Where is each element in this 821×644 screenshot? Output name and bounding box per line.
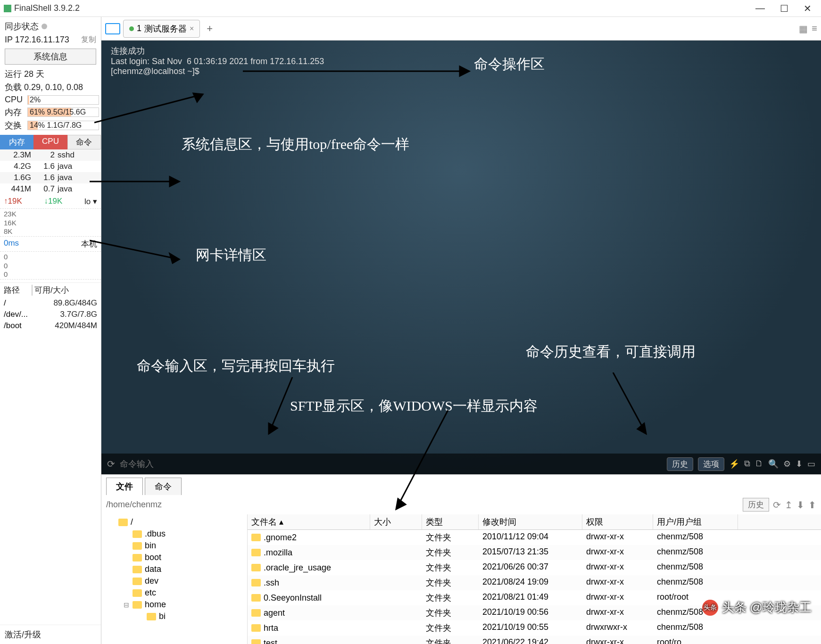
folder-icon	[133, 566, 142, 573]
close-button[interactable]: ✕	[804, 3, 812, 14]
folder-icon[interactable]	[105, 23, 120, 34]
disk-row[interactable]: /dev/...3.7G/7.8G	[0, 309, 101, 320]
terminal-line: 连接成功	[111, 45, 812, 57]
path-history-button[interactable]: 历史	[743, 498, 769, 512]
tree-node[interactable]: data	[101, 563, 247, 575]
upload-icon[interactable]: ⬆	[808, 499, 816, 511]
grid-view-icon[interactable]: ▦	[799, 23, 808, 34]
bolt-icon[interactable]: ⚡	[729, 459, 739, 469]
load-label: 负载 0.29, 0.10, 0.08	[0, 81, 101, 94]
folder-icon	[133, 530, 142, 538]
download-icon[interactable]: ⬇	[796, 459, 803, 469]
file-row[interactable]: .gnome2文件夹2010/11/12 09:04drwxr-xr-xchen…	[248, 530, 821, 545]
process-row[interactable]: 1.6G1.6java	[0, 172, 101, 183]
options-button[interactable]: 选项	[698, 457, 724, 471]
ip-label: IP 172.16.11.173	[5, 35, 69, 45]
tab-files[interactable]: 文件	[106, 478, 143, 495]
folder-icon	[251, 594, 261, 602]
close-tab-icon[interactable]: ×	[190, 25, 194, 33]
tab-cpu[interactable]: CPU	[33, 135, 67, 149]
col-mtime[interactable]: 修改时间	[479, 514, 582, 529]
ping-value: 0ms	[4, 239, 19, 249]
sync-label: 同步状态	[5, 21, 39, 32]
net-upload: ↑19K	[4, 197, 22, 206]
tree-node[interactable]: etc	[101, 587, 247, 599]
disk-row[interactable]: /boot420M/484M	[0, 320, 101, 331]
folder-icon	[251, 564, 261, 571]
tree-node[interactable]: /	[101, 516, 247, 528]
system-info-button[interactable]: 系统信息	[5, 49, 96, 65]
fullscreen-icon[interactable]: ▭	[807, 459, 815, 469]
refresh-icon[interactable]: ⟳	[773, 499, 781, 511]
folder-icon	[251, 624, 261, 632]
tree-node[interactable]: dev	[101, 575, 247, 587]
file-row[interactable]: test文件夹2021/06/22 19:42drwxr-xr-xroot/ro	[248, 636, 821, 644]
col-perm[interactable]: 权限	[582, 514, 653, 529]
status-dot-icon	[129, 26, 134, 31]
app-icon	[4, 5, 11, 12]
ping-host: 本机	[81, 239, 97, 249]
annotation: 网卡详情区	[196, 246, 266, 265]
file-row[interactable]: .mozilla文件夹2015/07/13 21:35drwxr-xr-xche…	[248, 545, 821, 560]
folder-icon	[133, 542, 142, 550]
up-icon[interactable]: ↥	[785, 499, 793, 511]
terminal[interactable]: 连接成功 Last login: Sat Nov 6 01:36:19 2021…	[101, 41, 821, 474]
file-row[interactable]: hrta文件夹2021/10/19 00:55drwxrwxr-xchenmz/…	[248, 620, 821, 636]
new-tab-button[interactable]: +	[203, 23, 216, 35]
download-icon[interactable]: ⬇	[796, 499, 804, 511]
cpu-label: CPU	[5, 95, 25, 105]
annotation: 命令输入区，写完再按回车执行	[137, 356, 335, 376]
terminal-line: Last login: Sat Nov 6 01:36:19 2021 from…	[111, 57, 812, 66]
gear-icon[interactable]: ⚙	[783, 459, 791, 469]
col-name[interactable]: 文件名 ▴	[248, 514, 370, 529]
disk-row[interactable]: /89.8G/484G	[0, 297, 101, 309]
bottom-panel: 文件 命令 /home/chenmz 历史 ⟳ ↥ ⬇ ⬆ /.dbusbinb…	[101, 474, 821, 644]
list-view-icon[interactable]: ≡	[812, 23, 817, 34]
maximize-button[interactable]: ☐	[780, 3, 788, 14]
titlebar: FinalShell 3.9.2.2 — ☐ ✕	[0, 0, 821, 17]
process-row[interactable]: 4.2G1.6java	[0, 161, 101, 172]
tab-command[interactable]: 命令	[67, 135, 101, 149]
session-tab[interactable]: 1 测试服务器 ×	[123, 20, 200, 38]
process-row[interactable]: 2.3M2sshd	[0, 149, 101, 161]
folder-icon	[251, 639, 261, 644]
terminal-prompt: [chenmz@localhost ~]$	[111, 66, 812, 76]
folder-icon	[133, 589, 142, 597]
refresh-icon[interactable]: ⟳	[107, 458, 115, 470]
tree-node[interactable]: .dbus	[101, 528, 247, 540]
activate-link[interactable]: 激活/升级	[0, 625, 101, 644]
command-input-bar: ⟳ 历史 选项 ⚡ ⧉ 🗋 🔍 ⚙ ⬇ ▭	[101, 454, 821, 474]
tree-node[interactable]: boot	[101, 552, 247, 563]
sidebar: 同步状态 IP 172.16.11.173复制 系统信息 运行 28 天 负载 …	[0, 17, 101, 644]
tab-commands[interactable]: 命令	[145, 478, 182, 495]
tab-memory[interactable]: 内存	[0, 135, 33, 149]
history-button[interactable]: 历史	[667, 457, 693, 471]
command-input[interactable]	[120, 459, 662, 469]
paucket-icon[interactable]: 🗋	[755, 459, 763, 469]
file-list[interactable]: 文件名 ▴ 大小 类型 修改时间 权限 用户/用户组 .gnome2文件夹201…	[248, 514, 821, 644]
mem-label: 内存	[5, 107, 25, 118]
tree-node[interactable]: ⊟home	[101, 599, 247, 611]
net-interface-select[interactable]: lo ▾	[84, 197, 97, 206]
copy-icon[interactable]: ⧉	[744, 459, 750, 469]
net-graph: 23K 16K 8K	[0, 208, 101, 237]
tab-bar: 1 测试服务器 × + ▦ ≡	[101, 17, 821, 41]
tree-node[interactable]: bi	[101, 611, 247, 622]
folder-icon	[251, 534, 261, 541]
search-icon[interactable]: 🔍	[768, 459, 779, 469]
minimize-button[interactable]: —	[755, 3, 765, 14]
copy-ip-button[interactable]: 复制	[81, 35, 96, 45]
folder-icon	[118, 519, 128, 526]
file-row[interactable]: .oracle_jre_usage文件夹2021/06/26 00:37drwx…	[248, 560, 821, 575]
sync-status-dot	[41, 24, 47, 29]
file-row[interactable]: .ssh文件夹2021/08/24 19:09drwxr-xr-xchenmz/…	[248, 575, 821, 590]
col-type[interactable]: 类型	[422, 514, 479, 529]
annotation: 命令操作区	[474, 55, 545, 74]
folder-icon	[251, 549, 261, 556]
process-row[interactable]: 441M0.7java	[0, 183, 101, 195]
tree-node[interactable]: bin	[101, 540, 247, 552]
col-size[interactable]: 大小	[370, 514, 422, 529]
folder-tree[interactable]: /.dbusbinbootdatadevetc⊟homebi	[101, 514, 248, 644]
net-download: ↓19K	[44, 197, 63, 206]
col-user[interactable]: 用户/用户组	[653, 514, 738, 529]
